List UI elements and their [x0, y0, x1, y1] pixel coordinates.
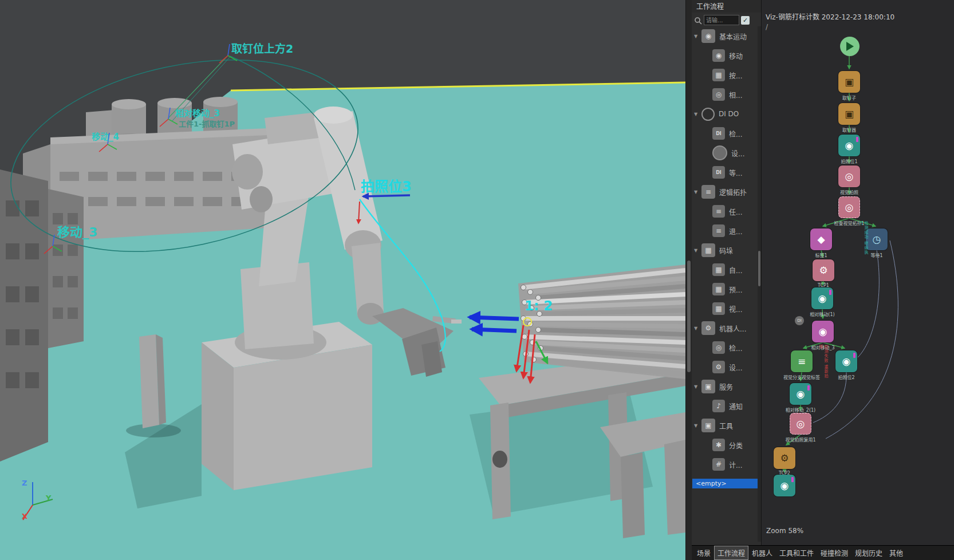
library-item-task[interactable]: ≡任...: [692, 202, 758, 221]
flow-node-pick-nail-1[interactable]: ▣取钉子: [838, 71, 860, 93]
library-tree: ▼◉基本运动 ◉移动 ▦按... ◎相... ▼DI DO DI检... 设..…: [692, 26, 758, 474]
library-item-count[interactable]: #计...: [692, 455, 758, 474]
chevron-down-icon: ▼: [692, 190, 701, 195]
flow-node-check-vision-topology[interactable]: ◎检查视觉拓扑1: [838, 196, 860, 218]
tcp-icon: ⚙: [774, 447, 795, 469]
library-item-vision[interactable]: ▦视...: [692, 299, 758, 318]
waypoint-label-move-3[interactable]: 移动_3: [57, 225, 97, 239]
layers-icon: ≡: [712, 224, 725, 237]
pallet-grid-icon: ▦: [712, 302, 725, 315]
flowchart-panel[interactable]: Viz-钢筋打标计数 2022-12-23 18:00:10 /: [762, 0, 954, 545]
library-search-input[interactable]: [704, 15, 739, 25]
empty-slot-selected[interactable]: <empty>: [692, 479, 758, 488]
flow-node-waypoint-last[interactable]: ◉: [774, 475, 795, 496]
viewport-scrollbar[interactable]: [685, 0, 692, 560]
library-item-wait-di[interactable]: DI等...: [692, 163, 758, 182]
chevron-down-icon: ▼: [692, 34, 701, 39]
waypoint-label-pickup-above[interactable]: 取钉位上方2: [231, 42, 293, 55]
io-circle-icon: [701, 108, 715, 121]
library-item-relative[interactable]: ◎相...: [692, 85, 758, 104]
chevron-down-icon: ▼: [692, 112, 701, 117]
clock-icon: ◷: [866, 228, 888, 250]
library-panel-title: 工作流程: [692, 0, 761, 13]
pallet-grid-icon: ▦: [712, 283, 725, 295]
library-group-palletize[interactable]: ▼▦码垛: [692, 240, 758, 260]
flow-node-vision-capture-reuse-1[interactable]: ◎视觉拍照复用1: [790, 413, 811, 435]
layers-icon: ≡: [712, 205, 725, 218]
rebar-bundle: [518, 265, 685, 379]
scrollbar-thumb[interactable]: [687, 261, 691, 372]
waypoint-label-photo-pos-3[interactable]: 拍照位3: [361, 179, 412, 195]
workflow-library-panel: 工作流程 ✓ ▼◉基本运动 ◉移动 ▦按... ◎相... ▼DI DO DI检…: [692, 0, 762, 545]
flow-node-photo-pos-1[interactable]: ◉拍照位1: [838, 135, 860, 156]
tab-collision-detection[interactable]: 碰撞检测: [818, 546, 851, 559]
waypoint-icon: ◉: [835, 350, 857, 372]
tab-scene[interactable]: 场景: [694, 546, 713, 559]
flow-node-tcp-2[interactable]: ⚙TCP2: [774, 447, 795, 469]
flow-node-vision-branch-label[interactable]: ≡视觉分支视觉标签: [791, 350, 813, 372]
tab-planning-history[interactable]: 规划历史: [852, 546, 885, 559]
motion-icon: ◉: [701, 29, 715, 43]
library-group-basic-motion[interactable]: ▼◉基本运动: [692, 26, 758, 46]
library-item-set-do[interactable]: 设...: [692, 143, 758, 163]
flow-node-pick-nail-2[interactable]: ▣取钉器: [838, 103, 860, 125]
di-chip-icon: DI: [712, 127, 725, 140]
tcp-icon: ⚙: [813, 259, 834, 281]
flow-node-photo-pos-2[interactable]: ◉拍照位2: [835, 350, 857, 372]
chevron-down-icon: ▼: [692, 423, 701, 428]
di-chip-icon: DI: [712, 166, 725, 179]
library-item-press[interactable]: ▦按...: [692, 65, 758, 85]
tab-robot[interactable]: 机器人: [749, 546, 775, 559]
wrench-icon: ⚙: [712, 361, 725, 373]
waypoint-label-workpiece[interactable]: 工件1-抓取钉1P: [179, 120, 235, 128]
waypoint-label-relative-move-3[interactable]: 相对移动_3: [175, 108, 220, 119]
flow-node-relative-move-2-1[interactable]: ◉相对移动_2(1): [790, 383, 811, 405]
zoom-indicator: Zoom 58%: [766, 527, 803, 535]
library-item-exit[interactable]: ≡退...: [692, 221, 758, 240]
scrollbar-thumb[interactable]: [758, 251, 760, 286]
robot-icon: ⚙: [701, 321, 715, 335]
library-item-check-camera[interactable]: ◎检...: [692, 338, 758, 357]
camera-icon: ◎: [790, 413, 811, 435]
waypoint-label-move-4[interactable]: 移动_4: [92, 132, 119, 142]
relative-move-icon: ◎: [712, 88, 725, 101]
library-item-check-di[interactable]: DI检...: [692, 124, 758, 143]
bottom-tab-bar: 场景 工作流程 机器人 工具和工件 碰撞检测 规划历史 其他: [692, 545, 954, 560]
3d-viewport[interactable]: 取钉位上方2 相对移动_3 工件1-抓取钉1P 移动_4 移动_3 拍照位3 1…: [0, 0, 685, 560]
tab-tools-workpieces[interactable]: 工具和工件: [776, 546, 817, 559]
library-item-preset[interactable]: ▦预...: [692, 279, 758, 299]
library-scrollbar[interactable]: [758, 26, 761, 542]
camera-check-icon: ◎: [838, 196, 860, 218]
library-item-classify[interactable]: ✱分类: [692, 435, 758, 455]
flow-node-relative-move-3[interactable]: ◉相对移动_3: [812, 321, 834, 342]
library-group-tools[interactable]: ▼▣工具: [692, 416, 758, 435]
flow-node-wait-1[interactable]: ◷等待1: [866, 228, 888, 250]
library-group-robot[interactable]: ▼⚙机器人...: [692, 318, 758, 338]
library-item-auto[interactable]: ▦自...: [692, 260, 758, 279]
library-group-di-do[interactable]: ▼DI DO: [692, 104, 758, 124]
waypoint-icon: ◉: [812, 321, 834, 342]
library-item-move[interactable]: ◉移动: [692, 46, 758, 65]
play-icon: [846, 42, 854, 51]
play-button[interactable]: [840, 37, 860, 56]
flow-node-tag-1[interactable]: ◆标签1: [810, 228, 832, 250]
search-filter-checkbox[interactable]: ✓: [741, 16, 750, 25]
library-group-service[interactable]: ▼▣服务: [692, 377, 758, 396]
layers-icon: ≡: [791, 350, 813, 372]
library-item-set-tool[interactable]: ⚙设...: [692, 357, 758, 377]
chevron-down-icon: ▼: [692, 384, 701, 389]
chevron-down-icon: ▼: [692, 248, 701, 253]
flow-node-relative-move-1[interactable]: ◉相对移动(1): [811, 287, 833, 309]
tab-workflow[interactable]: 工作流程: [715, 546, 748, 559]
axis-x-label: X: [22, 512, 27, 520]
library-item-notify[interactable]: ♪通知: [692, 396, 758, 416]
flow-note-fail: 检测失败 重新拍照: [818, 345, 828, 379]
tab-other[interactable]: 其他: [886, 546, 906, 559]
library-group-logic-topology[interactable]: ▼≡逻辑拓扑: [692, 182, 758, 202]
keypad-icon: ▦: [712, 69, 725, 81]
camera-icon: ◎: [838, 165, 860, 187]
axis-z-label: Z: [22, 479, 27, 487]
application-window: 取钉位上方2 相对移动_3 工件1-抓取钉1P 移动_4 移动_3 拍照位3 1…: [0, 0, 954, 560]
flow-node-tcp-1[interactable]: ⚙TCP1: [813, 259, 834, 281]
flow-node-vision-capture[interactable]: ◎视觉拍照: [838, 165, 860, 187]
